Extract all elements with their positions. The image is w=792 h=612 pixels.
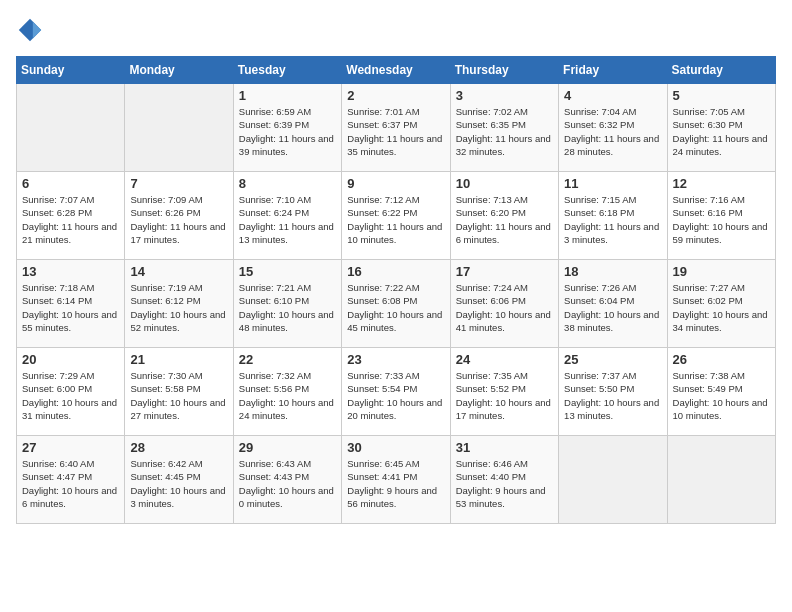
day-number: 19 (673, 264, 770, 279)
cell-info: Sunrise: 7:09 AM Sunset: 6:26 PM Dayligh… (130, 193, 227, 246)
cell-info: Sunrise: 7:21 AM Sunset: 6:10 PM Dayligh… (239, 281, 336, 334)
calendar-cell: 30Sunrise: 6:45 AM Sunset: 4:41 PM Dayli… (342, 436, 450, 524)
calendar-cell (667, 436, 775, 524)
calendar-cell: 2Sunrise: 7:01 AM Sunset: 6:37 PM Daylig… (342, 84, 450, 172)
cell-info: Sunrise: 6:42 AM Sunset: 4:45 PM Dayligh… (130, 457, 227, 510)
day-number: 22 (239, 352, 336, 367)
day-number: 11 (564, 176, 661, 191)
cell-info: Sunrise: 7:07 AM Sunset: 6:28 PM Dayligh… (22, 193, 119, 246)
calendar-table: SundayMondayTuesdayWednesdayThursdayFrid… (16, 56, 776, 524)
calendar-cell: 19Sunrise: 7:27 AM Sunset: 6:02 PM Dayli… (667, 260, 775, 348)
day-number: 28 (130, 440, 227, 455)
calendar-cell: 17Sunrise: 7:24 AM Sunset: 6:06 PM Dayli… (450, 260, 558, 348)
cell-info: Sunrise: 7:38 AM Sunset: 5:49 PM Dayligh… (673, 369, 770, 422)
day-number: 14 (130, 264, 227, 279)
cell-info: Sunrise: 7:02 AM Sunset: 6:35 PM Dayligh… (456, 105, 553, 158)
cell-info: Sunrise: 7:22 AM Sunset: 6:08 PM Dayligh… (347, 281, 444, 334)
day-number: 26 (673, 352, 770, 367)
cell-info: Sunrise: 7:01 AM Sunset: 6:37 PM Dayligh… (347, 105, 444, 158)
calendar-cell: 21Sunrise: 7:30 AM Sunset: 5:58 PM Dayli… (125, 348, 233, 436)
day-number: 29 (239, 440, 336, 455)
cell-info: Sunrise: 6:45 AM Sunset: 4:41 PM Dayligh… (347, 457, 444, 510)
day-number: 12 (673, 176, 770, 191)
calendar-cell: 28Sunrise: 6:42 AM Sunset: 4:45 PM Dayli… (125, 436, 233, 524)
cell-info: Sunrise: 7:19 AM Sunset: 6:12 PM Dayligh… (130, 281, 227, 334)
cell-info: Sunrise: 7:35 AM Sunset: 5:52 PM Dayligh… (456, 369, 553, 422)
day-number: 23 (347, 352, 444, 367)
page-header (16, 16, 776, 44)
day-number: 9 (347, 176, 444, 191)
calendar-cell: 11Sunrise: 7:15 AM Sunset: 6:18 PM Dayli… (559, 172, 667, 260)
calendar-cell: 24Sunrise: 7:35 AM Sunset: 5:52 PM Dayli… (450, 348, 558, 436)
cell-info: Sunrise: 7:32 AM Sunset: 5:56 PM Dayligh… (239, 369, 336, 422)
cell-info: Sunrise: 6:59 AM Sunset: 6:39 PM Dayligh… (239, 105, 336, 158)
day-number: 13 (22, 264, 119, 279)
calendar-cell: 26Sunrise: 7:38 AM Sunset: 5:49 PM Dayli… (667, 348, 775, 436)
weekday-header-thursday: Thursday (450, 57, 558, 84)
cell-info: Sunrise: 7:15 AM Sunset: 6:18 PM Dayligh… (564, 193, 661, 246)
day-number: 20 (22, 352, 119, 367)
day-number: 6 (22, 176, 119, 191)
cell-info: Sunrise: 7:13 AM Sunset: 6:20 PM Dayligh… (456, 193, 553, 246)
weekday-header-tuesday: Tuesday (233, 57, 341, 84)
calendar-cell: 5Sunrise: 7:05 AM Sunset: 6:30 PM Daylig… (667, 84, 775, 172)
calendar-cell: 31Sunrise: 6:46 AM Sunset: 4:40 PM Dayli… (450, 436, 558, 524)
cell-info: Sunrise: 7:37 AM Sunset: 5:50 PM Dayligh… (564, 369, 661, 422)
day-number: 1 (239, 88, 336, 103)
cell-info: Sunrise: 7:05 AM Sunset: 6:30 PM Dayligh… (673, 105, 770, 158)
logo-icon (16, 16, 44, 44)
weekday-header-monday: Monday (125, 57, 233, 84)
day-number: 17 (456, 264, 553, 279)
cell-info: Sunrise: 7:33 AM Sunset: 5:54 PM Dayligh… (347, 369, 444, 422)
weekday-header-saturday: Saturday (667, 57, 775, 84)
calendar-cell: 15Sunrise: 7:21 AM Sunset: 6:10 PM Dayli… (233, 260, 341, 348)
calendar-cell: 3Sunrise: 7:02 AM Sunset: 6:35 PM Daylig… (450, 84, 558, 172)
day-number: 24 (456, 352, 553, 367)
day-number: 31 (456, 440, 553, 455)
day-number: 25 (564, 352, 661, 367)
weekday-header-wednesday: Wednesday (342, 57, 450, 84)
calendar-cell (125, 84, 233, 172)
cell-info: Sunrise: 7:24 AM Sunset: 6:06 PM Dayligh… (456, 281, 553, 334)
day-number: 7 (130, 176, 227, 191)
calendar-cell: 23Sunrise: 7:33 AM Sunset: 5:54 PM Dayli… (342, 348, 450, 436)
weekday-header-sunday: Sunday (17, 57, 125, 84)
calendar-cell (559, 436, 667, 524)
weekday-header-friday: Friday (559, 57, 667, 84)
day-number: 16 (347, 264, 444, 279)
calendar-cell: 20Sunrise: 7:29 AM Sunset: 6:00 PM Dayli… (17, 348, 125, 436)
day-number: 27 (22, 440, 119, 455)
calendar-cell: 4Sunrise: 7:04 AM Sunset: 6:32 PM Daylig… (559, 84, 667, 172)
day-number: 4 (564, 88, 661, 103)
cell-info: Sunrise: 7:12 AM Sunset: 6:22 PM Dayligh… (347, 193, 444, 246)
calendar-cell: 12Sunrise: 7:16 AM Sunset: 6:16 PM Dayli… (667, 172, 775, 260)
day-number: 21 (130, 352, 227, 367)
calendar-cell: 29Sunrise: 6:43 AM Sunset: 4:43 PM Dayli… (233, 436, 341, 524)
calendar-cell: 9Sunrise: 7:12 AM Sunset: 6:22 PM Daylig… (342, 172, 450, 260)
day-number: 8 (239, 176, 336, 191)
day-number: 18 (564, 264, 661, 279)
day-number: 3 (456, 88, 553, 103)
day-number: 2 (347, 88, 444, 103)
day-number: 10 (456, 176, 553, 191)
svg-marker-1 (33, 22, 41, 39)
calendar-cell: 8Sunrise: 7:10 AM Sunset: 6:24 PM Daylig… (233, 172, 341, 260)
calendar-cell: 27Sunrise: 6:40 AM Sunset: 4:47 PM Dayli… (17, 436, 125, 524)
calendar-cell: 13Sunrise: 7:18 AM Sunset: 6:14 PM Dayli… (17, 260, 125, 348)
calendar-cell: 10Sunrise: 7:13 AM Sunset: 6:20 PM Dayli… (450, 172, 558, 260)
calendar-cell: 14Sunrise: 7:19 AM Sunset: 6:12 PM Dayli… (125, 260, 233, 348)
calendar-cell: 1Sunrise: 6:59 AM Sunset: 6:39 PM Daylig… (233, 84, 341, 172)
cell-info: Sunrise: 6:40 AM Sunset: 4:47 PM Dayligh… (22, 457, 119, 510)
cell-info: Sunrise: 6:43 AM Sunset: 4:43 PM Dayligh… (239, 457, 336, 510)
cell-info: Sunrise: 6:46 AM Sunset: 4:40 PM Dayligh… (456, 457, 553, 510)
day-number: 30 (347, 440, 444, 455)
cell-info: Sunrise: 7:04 AM Sunset: 6:32 PM Dayligh… (564, 105, 661, 158)
calendar-cell: 25Sunrise: 7:37 AM Sunset: 5:50 PM Dayli… (559, 348, 667, 436)
calendar-cell (17, 84, 125, 172)
logo (16, 16, 48, 44)
cell-info: Sunrise: 7:29 AM Sunset: 6:00 PM Dayligh… (22, 369, 119, 422)
day-number: 5 (673, 88, 770, 103)
calendar-cell: 22Sunrise: 7:32 AM Sunset: 5:56 PM Dayli… (233, 348, 341, 436)
cell-info: Sunrise: 7:16 AM Sunset: 6:16 PM Dayligh… (673, 193, 770, 246)
cell-info: Sunrise: 7:10 AM Sunset: 6:24 PM Dayligh… (239, 193, 336, 246)
